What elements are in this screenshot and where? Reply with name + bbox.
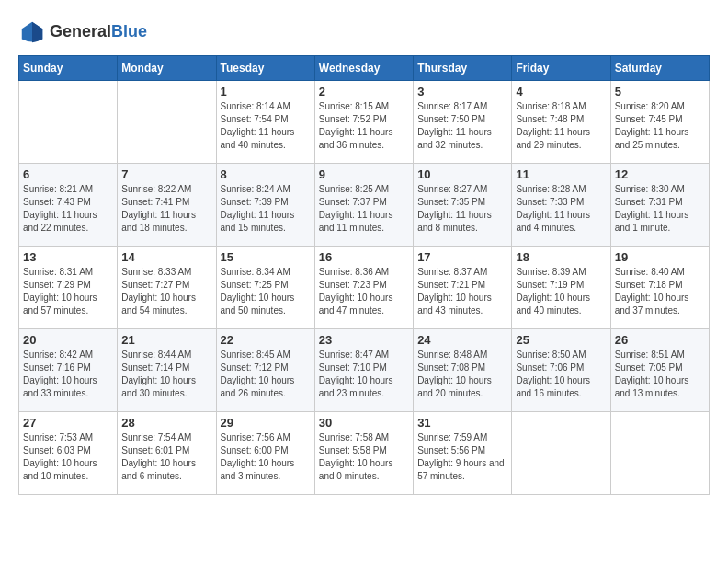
day-info: Sunrise: 8:14 AM Sunset: 7:54 PM Dayligh… [221,100,311,152]
logo: GeneralBlue [18,18,147,46]
calendar-cell: 29Sunrise: 7:56 AM Sunset: 6:00 PM Dayli… [216,412,314,495]
day-info: Sunrise: 8:48 AM Sunset: 7:08 PM Dayligh… [417,349,507,400]
calendar-cell: 6Sunrise: 8:21 AM Sunset: 7:43 PM Daylig… [19,164,118,247]
calendar-cell: 2Sunrise: 8:15 AM Sunset: 7:52 PM Daylig… [314,81,413,164]
day-number: 17 [417,250,507,264]
day-number: 22 [221,333,311,347]
calendar-cell [512,412,610,495]
day-number: 14 [121,250,211,264]
day-info: Sunrise: 8:18 AM Sunset: 7:48 PM Dayligh… [516,100,606,152]
day-info: Sunrise: 7:59 AM Sunset: 5:56 PM Dayligh… [417,431,507,483]
calendar-cell: 1Sunrise: 8:14 AM Sunset: 7:54 PM Daylig… [216,81,314,164]
weekday-saturday: Saturday [610,56,709,81]
day-info: Sunrise: 8:24 AM Sunset: 7:39 PM Dayligh… [221,183,311,235]
day-info: Sunrise: 8:33 AM Sunset: 7:27 PM Dayligh… [121,266,211,317]
calendar-cell: 13Sunrise: 8:31 AM Sunset: 7:29 PM Dayli… [19,247,118,329]
day-info: Sunrise: 8:15 AM Sunset: 7:52 PM Dayligh… [319,100,409,152]
day-info: Sunrise: 8:31 AM Sunset: 7:29 PM Dayligh… [23,266,113,317]
calendar-cell: 26Sunrise: 8:51 AM Sunset: 7:05 PM Dayli… [610,329,709,412]
day-number: 7 [121,167,211,181]
day-number: 10 [417,167,507,181]
calendar-cell: 27Sunrise: 7:53 AM Sunset: 6:03 PM Dayli… [19,412,118,495]
page-header: GeneralBlue [18,18,710,46]
weekday-thursday: Thursday [414,56,512,81]
day-info: Sunrise: 8:45 AM Sunset: 7:12 PM Dayligh… [221,349,311,400]
day-info: Sunrise: 8:21 AM Sunset: 7:43 PM Dayligh… [23,183,113,235]
day-info: Sunrise: 8:25 AM Sunset: 7:37 PM Dayligh… [319,183,409,235]
calendar-cell [19,81,118,164]
week-row-5: 27Sunrise: 7:53 AM Sunset: 6:03 PM Dayli… [19,412,710,495]
day-number: 13 [23,250,113,264]
day-info: Sunrise: 8:37 AM Sunset: 7:21 PM Dayligh… [417,266,507,317]
day-number: 11 [516,167,606,181]
weekday-monday: Monday [118,56,216,81]
day-number: 15 [221,250,311,264]
day-number: 24 [417,333,507,347]
day-info: Sunrise: 8:51 AM Sunset: 7:05 PM Dayligh… [615,349,705,400]
calendar-cell: 3Sunrise: 8:17 AM Sunset: 7:50 PM Daylig… [414,81,512,164]
day-number: 30 [319,416,409,430]
day-number: 1 [221,85,311,98]
calendar-cell: 5Sunrise: 8:20 AM Sunset: 7:45 PM Daylig… [610,81,709,164]
day-number: 9 [319,167,409,181]
week-row-1: 1Sunrise: 8:14 AM Sunset: 7:54 PM Daylig… [19,81,710,164]
day-number: 23 [319,333,409,347]
day-number: 26 [615,333,705,347]
calendar-cell: 12Sunrise: 8:30 AM Sunset: 7:31 PM Dayli… [610,164,709,247]
day-number: 18 [516,250,606,264]
calendar-cell: 19Sunrise: 8:40 AM Sunset: 7:18 PM Dayli… [610,247,709,329]
day-info: Sunrise: 8:17 AM Sunset: 7:50 PM Dayligh… [417,100,507,152]
calendar-cell: 20Sunrise: 8:42 AM Sunset: 7:16 PM Dayli… [19,329,118,412]
weekday-sunday: Sunday [19,56,118,81]
calendar-cell: 25Sunrise: 8:50 AM Sunset: 7:06 PM Dayli… [512,329,610,412]
calendar-cell: 7Sunrise: 8:22 AM Sunset: 7:41 PM Daylig… [118,164,216,247]
calendar-cell [118,81,216,164]
calendar-cell: 17Sunrise: 8:37 AM Sunset: 7:21 PM Dayli… [414,247,512,329]
day-info: Sunrise: 8:50 AM Sunset: 7:06 PM Dayligh… [516,349,606,400]
day-info: Sunrise: 7:56 AM Sunset: 6:00 PM Dayligh… [221,431,311,483]
calendar-cell: 15Sunrise: 8:34 AM Sunset: 7:25 PM Dayli… [216,247,314,329]
day-info: Sunrise: 8:36 AM Sunset: 7:23 PM Dayligh… [319,266,409,317]
day-info: Sunrise: 8:44 AM Sunset: 7:14 PM Dayligh… [121,349,211,400]
day-info: Sunrise: 8:27 AM Sunset: 7:35 PM Dayligh… [417,183,507,235]
calendar-cell: 9Sunrise: 8:25 AM Sunset: 7:37 PM Daylig… [314,164,413,247]
day-number: 29 [221,416,311,430]
day-info: Sunrise: 8:39 AM Sunset: 7:19 PM Dayligh… [516,266,606,317]
calendar-cell: 22Sunrise: 8:45 AM Sunset: 7:12 PM Dayli… [216,329,314,412]
day-number: 5 [615,85,705,98]
calendar-cell: 30Sunrise: 7:58 AM Sunset: 5:58 PM Dayli… [314,412,413,495]
day-number: 25 [516,333,606,347]
calendar-cell: 11Sunrise: 8:28 AM Sunset: 7:33 PM Dayli… [512,164,610,247]
calendar-cell: 28Sunrise: 7:54 AM Sunset: 6:01 PM Dayli… [118,412,216,495]
day-number: 27 [23,416,113,430]
calendar-cell: 21Sunrise: 8:44 AM Sunset: 7:14 PM Dayli… [118,329,216,412]
day-info: Sunrise: 8:30 AM Sunset: 7:31 PM Dayligh… [615,183,705,235]
calendar-cell: 24Sunrise: 8:48 AM Sunset: 7:08 PM Dayli… [414,329,512,412]
calendar-cell: 10Sunrise: 8:27 AM Sunset: 7:35 PM Dayli… [414,164,512,247]
day-number: 28 [121,416,211,430]
day-number: 31 [417,416,507,430]
day-number: 3 [417,85,507,98]
calendar-cell: 4Sunrise: 8:18 AM Sunset: 7:48 PM Daylig… [512,81,610,164]
day-info: Sunrise: 7:54 AM Sunset: 6:01 PM Dayligh… [121,431,211,483]
day-number: 16 [319,250,409,264]
day-number: 6 [23,167,113,181]
day-info: Sunrise: 8:28 AM Sunset: 7:33 PM Dayligh… [516,183,606,235]
day-number: 4 [516,85,606,98]
calendar-cell: 23Sunrise: 8:47 AM Sunset: 7:10 PM Dayli… [314,329,413,412]
day-info: Sunrise: 7:58 AM Sunset: 5:58 PM Dayligh… [319,431,409,483]
weekday-wednesday: Wednesday [314,56,413,81]
week-row-3: 13Sunrise: 8:31 AM Sunset: 7:29 PM Dayli… [19,247,710,329]
week-row-4: 20Sunrise: 8:42 AM Sunset: 7:16 PM Dayli… [19,329,710,412]
week-row-2: 6Sunrise: 8:21 AM Sunset: 7:43 PM Daylig… [19,164,710,247]
weekday-tuesday: Tuesday [216,56,314,81]
day-info: Sunrise: 8:34 AM Sunset: 7:25 PM Dayligh… [221,266,311,317]
calendar-cell: 8Sunrise: 8:24 AM Sunset: 7:39 PM Daylig… [216,164,314,247]
day-info: Sunrise: 8:22 AM Sunset: 7:41 PM Dayligh… [121,183,211,235]
day-info: Sunrise: 8:47 AM Sunset: 7:10 PM Dayligh… [319,349,409,400]
day-number: 21 [121,333,211,347]
weekday-friday: Friday [512,56,610,81]
calendar-cell: 31Sunrise: 7:59 AM Sunset: 5:56 PM Dayli… [414,412,512,495]
day-number: 8 [221,167,311,181]
day-info: Sunrise: 8:20 AM Sunset: 7:45 PM Dayligh… [615,100,705,152]
